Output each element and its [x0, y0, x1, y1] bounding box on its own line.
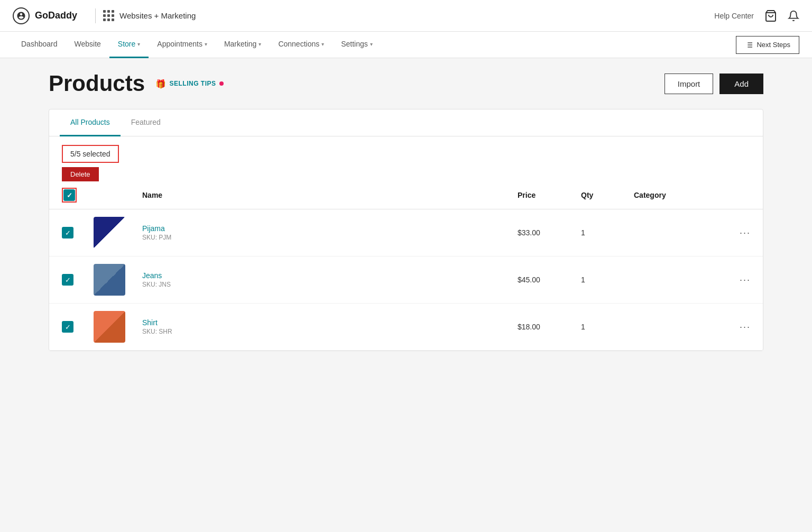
page-content: Products 🎁 Selling Tips Import Add All P… [36, 58, 776, 364]
selling-tips-dot [219, 81, 224, 86]
table-row: ✓ Shirt SKU: SHR $18.00 1 ··· [49, 304, 763, 351]
help-center-link[interactable]: Help Center [714, 12, 754, 20]
product-qty: 1 [573, 256, 625, 304]
appointments-chevron: ▾ [205, 41, 207, 47]
product-actions-cell: ··· [731, 256, 763, 304]
product-image-cell [85, 304, 134, 351]
add-button[interactable]: Add [719, 74, 763, 94]
top-bar-right: Help Center [714, 10, 799, 22]
top-bar: GoDaddy Websites + Marketing Help Center [0, 0, 812, 32]
row-checkbox-2[interactable]: ✓ [62, 321, 73, 333]
selection-bar: 5/5 selected Delete [49, 136, 763, 181]
product-thumbnail [94, 311, 125, 343]
marketing-chevron: ▾ [259, 41, 261, 47]
nav-dashboard[interactable]: Dashboard [13, 32, 66, 58]
product-name[interactable]: Shirt [142, 318, 501, 327]
cart-icon-button[interactable] [764, 10, 777, 22]
main-card: All Products Featured 5/5 selected Delet… [49, 109, 763, 351]
brand-name: Websites + Marketing [119, 11, 196, 20]
import-button[interactable]: Import [665, 74, 714, 94]
tab-all-products[interactable]: All Products [60, 109, 121, 136]
image-col-header [85, 181, 134, 209]
tabs: All Products Featured [49, 109, 763, 136]
product-thumbnail [94, 217, 125, 249]
qty-col-header: Qty [573, 181, 625, 209]
next-steps-button[interactable]: Next Steps [736, 36, 799, 54]
grid-icon [103, 10, 114, 21]
product-sku: SKU: PJM [142, 234, 501, 241]
page-title: Products [49, 71, 145, 96]
product-price: $45.00 [509, 256, 573, 304]
nav-divider [95, 8, 96, 23]
row-checkbox-cell: ✓ [49, 209, 85, 256]
nav-connections[interactable]: Connections ▾ [270, 32, 333, 58]
table-header: ✓ Name Price Qty Category [49, 181, 763, 209]
row-checkbox-1[interactable]: ✓ [62, 274, 73, 286]
product-price: $18.00 [509, 304, 573, 351]
product-actions-cell: ··· [731, 304, 763, 351]
row-checkbox-0[interactable]: ✓ [62, 227, 73, 239]
select-all-checkbox[interactable]: ✓ [63, 189, 75, 201]
price-col-header: Price [509, 181, 573, 209]
selected-count: 5/5 selected [70, 150, 110, 158]
product-actions-cell: ··· [731, 209, 763, 256]
notification-icon-button[interactable] [788, 10, 799, 22]
product-price: $33.00 [509, 209, 573, 256]
product-qty: 1 [573, 304, 625, 351]
product-more-button[interactable]: ··· [740, 274, 751, 286]
product-category [625, 304, 731, 351]
cat-col-header: Category [625, 181, 731, 209]
store-chevron: ▾ [137, 41, 140, 47]
product-thumbnail [94, 264, 125, 296]
logo-area: GoDaddy [13, 7, 77, 24]
godaddy-text: GoDaddy [35, 10, 77, 21]
secondary-nav: Dashboard Website Store ▾ Appointments ▾… [0, 32, 812, 58]
nav-appointments[interactable]: Appointments ▾ [149, 32, 216, 58]
table-row: ✓ Pijama SKU: PJM $33.00 1 ··· [49, 209, 763, 256]
settings-chevron: ▾ [370, 41, 373, 47]
product-sku: SKU: JNS [142, 281, 501, 288]
tab-featured[interactable]: Featured [121, 109, 171, 136]
product-category [625, 209, 731, 256]
product-name[interactable]: Jeans [142, 271, 501, 280]
product-image-cell [85, 256, 134, 304]
product-more-button[interactable]: ··· [740, 227, 751, 239]
product-name[interactable]: Pijama [142, 224, 501, 233]
header-actions: Import Add [665, 74, 763, 94]
row-checkbox-cell: ✓ [49, 256, 85, 304]
nav-website[interactable]: Website [66, 32, 109, 58]
delete-button[interactable]: Delete [62, 167, 99, 181]
page-header: Products 🎁 Selling Tips Import Add [49, 71, 763, 96]
nav-items: Dashboard Website Store ▾ Appointments ▾… [13, 32, 736, 58]
next-steps-icon [745, 41, 753, 49]
name-col-header: Name [134, 181, 509, 209]
row-checkbox-cell: ✓ [49, 304, 85, 351]
godaddy-logo [13, 7, 30, 24]
nav-store[interactable]: Store ▾ [109, 32, 149, 58]
product-name-cell: Shirt SKU: SHR [134, 304, 509, 351]
actions-col-header [731, 181, 763, 209]
products-table: ✓ Name Price Qty Category ✓ Pijam [49, 181, 763, 351]
gift-icon: 🎁 [155, 79, 167, 89]
nav-marketing[interactable]: Marketing ▾ [216, 32, 270, 58]
product-image-cell [85, 209, 134, 256]
product-sku: SKU: SHR [142, 328, 501, 335]
product-more-button[interactable]: ··· [740, 322, 751, 333]
product-name-cell: Pijama SKU: PJM [134, 209, 509, 256]
product-qty: 1 [573, 209, 625, 256]
nav-settings[interactable]: Settings ▾ [333, 32, 381, 58]
product-name-cell: Jeans SKU: JNS [134, 256, 509, 304]
selling-tips[interactable]: 🎁 Selling Tips [155, 79, 224, 89]
checkbox-header: ✓ [49, 181, 85, 209]
product-category [625, 256, 731, 304]
table-row: ✓ Jeans SKU: JNS $45.00 1 ··· [49, 256, 763, 304]
connections-chevron: ▾ [321, 41, 324, 47]
